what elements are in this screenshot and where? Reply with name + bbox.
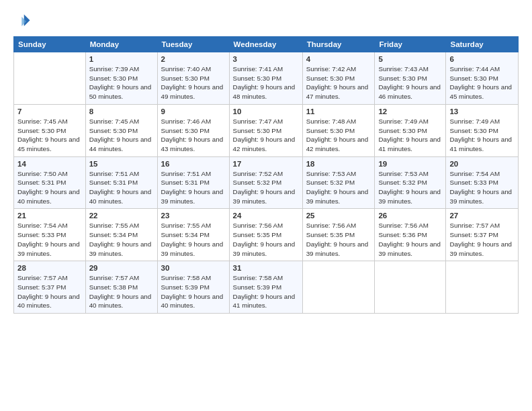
page: SundayMondayTuesdayWednesdayThursdayFrid… xyxy=(0,0,532,411)
day-header: Thursday xyxy=(302,37,375,52)
day-info: Sunrise: 7:39 AM Sunset: 5:30 PM Dayligh… xyxy=(89,64,154,101)
sunrise-text: Sunrise: 7:51 AM xyxy=(161,170,212,177)
sunset-text: Sunset: 5:30 PM xyxy=(449,75,498,82)
day-number: 26 xyxy=(378,212,442,220)
calendar-cell: 15 Sunrise: 7:51 AM Sunset: 5:31 PM Dayl… xyxy=(85,156,157,209)
daylight-text: Daylight: 9 hours and 46 minutes. xyxy=(378,83,441,100)
sunrise-text: Sunrise: 7:54 AM xyxy=(17,222,68,229)
sunset-text: Sunset: 5:35 PM xyxy=(306,231,355,238)
sunrise-text: Sunrise: 7:42 AM xyxy=(306,65,357,73)
sunrise-text: Sunrise: 7:45 AM xyxy=(17,118,68,125)
day-header: Monday xyxy=(85,37,157,52)
daylight-text: Daylight: 9 hours and 39 minutes. xyxy=(449,240,512,257)
day-number: 28 xyxy=(17,264,82,272)
calendar-cell: 30 Sunrise: 7:58 AM Sunset: 5:39 PM Dayl… xyxy=(157,261,229,314)
sunset-text: Sunset: 5:30 PM xyxy=(233,75,281,82)
header xyxy=(13,12,519,31)
calendar-cell: 25 Sunrise: 7:56 AM Sunset: 5:35 PM Dayl… xyxy=(302,209,375,261)
sunrise-text: Sunrise: 7:45 AM xyxy=(89,118,140,125)
calendar-week-row: 1 Sunrise: 7:39 AM Sunset: 5:30 PM Dayli… xyxy=(14,52,519,105)
sunset-text: Sunset: 5:39 PM xyxy=(161,283,210,291)
sunrise-text: Sunrise: 7:41 AM xyxy=(233,65,283,73)
calendar-cell: 13 Sunrise: 7:49 AM Sunset: 5:30 PM Dayl… xyxy=(446,104,519,156)
sunset-text: Sunset: 5:34 PM xyxy=(89,231,138,238)
daylight-text: Daylight: 9 hours and 40 minutes. xyxy=(89,293,152,310)
day-info: Sunrise: 7:58 AM Sunset: 5:39 PM Dayligh… xyxy=(161,273,226,310)
sunrise-text: Sunrise: 7:54 AM xyxy=(449,170,500,177)
calendar-table: SundayMondayTuesdayWednesdayThursdayFrid… xyxy=(13,36,519,314)
calendar-cell: 22 Sunrise: 7:55 AM Sunset: 5:34 PM Dayl… xyxy=(85,209,157,261)
sunrise-text: Sunrise: 7:58 AM xyxy=(233,274,283,281)
sunrise-text: Sunrise: 7:51 AM xyxy=(89,170,140,177)
sunrise-text: Sunrise: 7:57 AM xyxy=(89,274,140,281)
day-number: 10 xyxy=(233,107,299,116)
day-info: Sunrise: 7:41 AM Sunset: 5:30 PM Dayligh… xyxy=(233,64,299,101)
daylight-text: Daylight: 9 hours and 39 minutes. xyxy=(378,240,441,257)
day-info: Sunrise: 7:48 AM Sunset: 5:30 PM Dayligh… xyxy=(306,117,371,154)
day-info: Sunrise: 7:57 AM Sunset: 5:38 PM Dayligh… xyxy=(89,273,154,310)
day-number: 3 xyxy=(233,55,299,63)
calendar-cell: 8 Sunrise: 7:45 AM Sunset: 5:30 PM Dayli… xyxy=(85,104,157,156)
daylight-text: Daylight: 9 hours and 40 minutes. xyxy=(17,188,80,205)
sunset-text: Sunset: 5:33 PM xyxy=(449,179,498,186)
day-info: Sunrise: 7:43 AM Sunset: 5:30 PM Dayligh… xyxy=(378,64,442,101)
calendar-cell: 6 Sunrise: 7:44 AM Sunset: 5:30 PM Dayli… xyxy=(446,52,519,105)
daylight-text: Daylight: 9 hours and 39 minutes. xyxy=(378,188,441,205)
day-number: 13 xyxy=(449,107,515,116)
day-number: 29 xyxy=(89,264,154,272)
day-info: Sunrise: 7:52 AM Sunset: 5:32 PM Dayligh… xyxy=(233,169,299,206)
calendar-cell: 21 Sunrise: 7:54 AM Sunset: 5:33 PM Dayl… xyxy=(14,209,86,261)
logo xyxy=(13,12,35,31)
day-number: 11 xyxy=(306,107,371,116)
day-number: 30 xyxy=(161,264,226,272)
sunset-text: Sunset: 5:32 PM xyxy=(233,179,281,186)
day-info: Sunrise: 7:45 AM Sunset: 5:30 PM Dayligh… xyxy=(17,117,82,154)
sunrise-text: Sunrise: 7:49 AM xyxy=(449,118,500,125)
calendar-cell: 31 Sunrise: 7:58 AM Sunset: 5:39 PM Dayl… xyxy=(229,261,302,314)
day-header: Sunday xyxy=(14,37,86,52)
daylight-text: Daylight: 9 hours and 39 minutes. xyxy=(89,240,152,257)
day-number: 16 xyxy=(161,160,226,168)
daylight-text: Daylight: 9 hours and 50 minutes. xyxy=(89,83,152,100)
daylight-text: Daylight: 9 hours and 39 minutes. xyxy=(17,240,80,257)
daylight-text: Daylight: 9 hours and 42 minutes. xyxy=(306,136,369,152)
sunset-text: Sunset: 5:33 PM xyxy=(17,231,66,238)
calendar-cell: 1 Sunrise: 7:39 AM Sunset: 5:30 PM Dayli… xyxy=(85,52,157,105)
calendar-cell: 23 Sunrise: 7:55 AM Sunset: 5:34 PM Dayl… xyxy=(157,209,229,261)
day-info: Sunrise: 7:44 AM Sunset: 5:30 PM Dayligh… xyxy=(449,64,515,101)
sunrise-text: Sunrise: 7:47 AM xyxy=(233,118,283,125)
sunset-text: Sunset: 5:30 PM xyxy=(233,127,281,134)
day-info: Sunrise: 7:49 AM Sunset: 5:30 PM Dayligh… xyxy=(449,117,515,154)
daylight-text: Daylight: 9 hours and 43 minutes. xyxy=(161,136,224,152)
daylight-text: Daylight: 9 hours and 39 minutes. xyxy=(233,188,296,205)
sunrise-text: Sunrise: 7:43 AM xyxy=(378,65,429,73)
sunrise-text: Sunrise: 7:57 AM xyxy=(449,222,500,229)
calendar-cell: 11 Sunrise: 7:48 AM Sunset: 5:30 PM Dayl… xyxy=(302,104,375,156)
day-info: Sunrise: 7:56 AM Sunset: 5:36 PM Dayligh… xyxy=(378,221,442,258)
day-info: Sunrise: 7:57 AM Sunset: 5:37 PM Dayligh… xyxy=(449,221,515,258)
sunrise-text: Sunrise: 7:40 AM xyxy=(161,65,212,73)
calendar-cell: 14 Sunrise: 7:50 AM Sunset: 5:31 PM Dayl… xyxy=(14,156,86,209)
day-info: Sunrise: 7:53 AM Sunset: 5:32 PM Dayligh… xyxy=(378,169,442,206)
daylight-text: Daylight: 9 hours and 39 minutes. xyxy=(306,240,369,257)
day-number: 27 xyxy=(449,212,515,220)
sunrise-text: Sunrise: 7:56 AM xyxy=(233,222,283,229)
day-header: Tuesday xyxy=(157,37,229,52)
calendar-cell: 20 Sunrise: 7:54 AM Sunset: 5:33 PM Dayl… xyxy=(446,156,519,209)
day-info: Sunrise: 7:51 AM Sunset: 5:31 PM Dayligh… xyxy=(161,169,226,206)
sunset-text: Sunset: 5:30 PM xyxy=(161,127,210,134)
sunset-text: Sunset: 5:30 PM xyxy=(306,75,355,82)
sunrise-text: Sunrise: 7:57 AM xyxy=(17,274,68,281)
calendar-cell: 17 Sunrise: 7:52 AM Sunset: 5:32 PM Dayl… xyxy=(229,156,302,209)
sunset-text: Sunset: 5:31 PM xyxy=(17,179,66,186)
sunset-text: Sunset: 5:32 PM xyxy=(378,179,427,186)
day-number: 9 xyxy=(161,107,226,116)
sunset-text: Sunset: 5:30 PM xyxy=(378,75,427,82)
day-number: 25 xyxy=(306,212,371,220)
day-number: 18 xyxy=(306,160,371,168)
day-info: Sunrise: 7:51 AM Sunset: 5:31 PM Dayligh… xyxy=(89,169,154,206)
daylight-text: Daylight: 9 hours and 39 minutes. xyxy=(306,188,369,205)
daylight-text: Daylight: 9 hours and 40 minutes. xyxy=(161,293,224,310)
calendar-cell xyxy=(446,261,519,314)
day-number: 1 xyxy=(89,55,154,63)
